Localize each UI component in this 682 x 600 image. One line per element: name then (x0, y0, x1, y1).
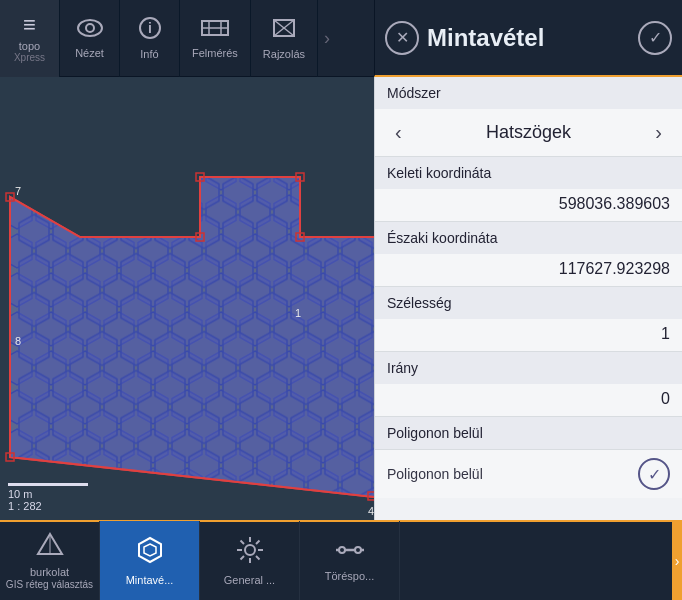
felmeres-icon (201, 17, 229, 43)
method-name: Hatszögek (486, 122, 571, 143)
nezet-label: Nézet (75, 47, 104, 59)
keleti-value: 598036.389603 (375, 189, 682, 221)
poligon-check-button[interactable]: ✓ (638, 458, 670, 490)
felmeres-label: Felmérés (192, 47, 238, 59)
szelesseg-label: Szélesség (375, 287, 682, 319)
bottom-chevron[interactable]: › (672, 521, 682, 600)
mintavetel-label: Mintavé... (126, 574, 174, 586)
irany-label: Irány (375, 352, 682, 384)
scale-ratio: 1 : 282 (8, 500, 88, 512)
field-keleti: Keleti koordináta 598036.389603 (375, 157, 682, 222)
toolbar-item-felmeres[interactable]: Felmérés (180, 0, 251, 77)
szelesseg-value: 1 (375, 319, 682, 351)
field-irany: Irány 0 (375, 352, 682, 417)
method-prev-button[interactable]: ‹ (387, 117, 410, 148)
method-label: Módszer (375, 77, 682, 109)
burkolat-icon (36, 532, 64, 562)
right-panel: Módszer ‹ Hatszögek › Keleti koordináta … (374, 77, 682, 520)
svg-line-41 (256, 541, 260, 545)
bottom-item-general[interactable]: General ... (200, 521, 300, 600)
right-panel-header: ✕ Mintavétel ✓ (374, 0, 682, 77)
poligon-row: Poligonon belül ✓ (375, 449, 682, 498)
irany-value: 0 (375, 384, 682, 416)
svg-line-40 (256, 556, 260, 560)
bottom-toolbar: burkolatGIS réteg választás Mintavé... (0, 520, 682, 600)
bottom-item-burkolat[interactable]: burkolatGIS réteg választás (0, 521, 100, 600)
svg-text:1: 1 (295, 307, 301, 319)
scale-bar (8, 483, 88, 486)
info-label: Infó (140, 48, 158, 60)
cancel-button[interactable]: ✕ (385, 21, 419, 55)
panel-title: Mintavétel (427, 24, 630, 52)
svg-point-0 (78, 20, 102, 36)
top-toolbar: ≡ topo Xpress Nézet i Infó Felmérés Rajz… (0, 0, 682, 77)
topo-sublabel: Xpress (14, 52, 45, 63)
topo-label: topo (19, 40, 40, 52)
poligon-section-label: Poligonon belül (375, 417, 682, 449)
general-icon (236, 536, 264, 570)
method-selector: ‹ Hatszögek › (375, 109, 682, 157)
burkolat-label: burkolatGIS réteg választás (6, 566, 93, 590)
map-scale: 10 m 1 : 282 (8, 483, 88, 512)
svg-marker-32 (139, 538, 161, 562)
poligon-value: Poligonon belül (387, 466, 483, 482)
svg-point-1 (86, 24, 94, 32)
main-content: 7 8 1 4 10 m 1 : 282 Módszer ‹ Hatszögek… (0, 77, 682, 520)
confirm-button[interactable]: ✓ (638, 21, 672, 55)
svg-marker-33 (144, 544, 156, 556)
svg-text:i: i (148, 20, 152, 36)
eye-icon (77, 17, 103, 43)
mintavetel-icon (136, 536, 164, 570)
svg-line-39 (240, 541, 244, 545)
svg-point-44 (339, 547, 345, 553)
field-szelesseg: Szélesség 1 (375, 287, 682, 352)
svg-text:8: 8 (15, 335, 21, 347)
info-icon: i (138, 16, 162, 44)
rajzolas-label: Rajzolás (263, 48, 305, 60)
topo-icon: ≡ (23, 14, 36, 36)
field-eszaki: Északi koordináta 117627.923298 (375, 222, 682, 287)
bottom-item-torespo[interactable]: Töréspo... (300, 521, 400, 600)
rajzolas-icon (270, 16, 298, 44)
toolbar-item-topo[interactable]: ≡ topo Xpress (0, 0, 60, 77)
svg-point-45 (355, 547, 361, 553)
general-label: General ... (224, 574, 275, 586)
torespo-icon (334, 540, 366, 566)
eszaki-value: 117627.923298 (375, 254, 682, 286)
map-area[interactable]: 7 8 1 4 10 m 1 : 282 (0, 77, 374, 520)
toolbar-chevron[interactable]: › (318, 28, 336, 49)
scale-text: 10 m (8, 488, 88, 500)
bottom-item-mintavetel[interactable]: Mintavé... (100, 521, 200, 600)
toolbar-item-rajzolas[interactable]: Rajzolás (251, 0, 318, 77)
method-next-button[interactable]: › (647, 117, 670, 148)
eszaki-label: Északi koordináta (375, 222, 682, 254)
svg-text:4: 4 (368, 505, 374, 517)
svg-line-42 (240, 556, 244, 560)
torespo-label: Töréspo... (325, 570, 375, 582)
svg-point-34 (245, 545, 255, 555)
toolbar-item-info[interactable]: i Infó (120, 0, 180, 77)
keleti-label: Keleti koordináta (375, 157, 682, 189)
toolbar-item-nezet[interactable]: Nézet (60, 0, 120, 77)
svg-text:7: 7 (15, 185, 21, 197)
